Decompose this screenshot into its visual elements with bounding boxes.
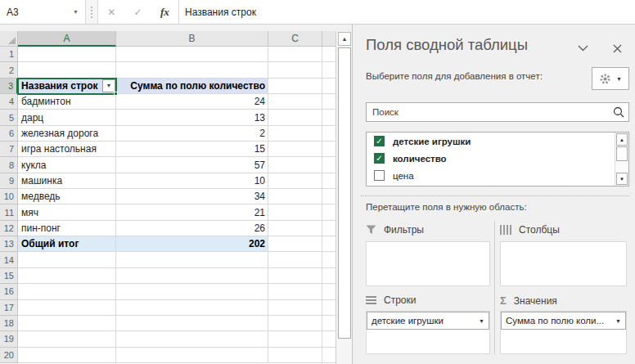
cell-A1[interactable] <box>18 47 116 62</box>
cell-A16[interactable] <box>18 284 116 299</box>
field-item-2[interactable]: ✓количество <box>367 150 628 167</box>
cell-B18[interactable] <box>116 316 268 331</box>
row-header-3[interactable]: 3 <box>0 79 18 94</box>
cell-B8[interactable]: 57 <box>116 157 268 173</box>
formula-input[interactable]: Названия строк <box>179 0 635 24</box>
cell-D1[interactable] <box>322 47 336 62</box>
row-header-8[interactable]: 8 <box>0 157 18 173</box>
row-header-5[interactable]: 5 <box>0 110 18 125</box>
cell-A15[interactable] <box>18 268 116 284</box>
cell-C17[interactable] <box>268 300 322 316</box>
cell-B2[interactable] <box>116 62 268 78</box>
cell-C18[interactable] <box>268 316 322 331</box>
cell-D20[interactable] <box>322 348 336 363</box>
cell-C2[interactable] <box>268 62 322 78</box>
cell-A7[interactable]: игра настольная <box>18 142 116 157</box>
row-header-4[interactable]: 4 <box>0 94 18 110</box>
cell-C20[interactable] <box>268 348 322 363</box>
columns-area-box[interactable] <box>500 241 627 286</box>
row-header-16[interactable]: 16 <box>0 284 18 299</box>
formula-bar-grip[interactable] <box>86 0 97 24</box>
pane-close-icon[interactable] <box>608 39 626 57</box>
cell-A19[interactable] <box>18 331 116 347</box>
cell-C14[interactable] <box>268 252 322 267</box>
cell-D6[interactable] <box>322 126 336 142</box>
cell-A3[interactable]: Названия строк▼ <box>18 79 116 94</box>
cell-D9[interactable] <box>322 173 336 189</box>
cell-B4[interactable]: 24 <box>116 94 268 110</box>
cell-B11[interactable]: 21 <box>116 204 268 220</box>
row-header-2[interactable]: 2 <box>0 62 18 78</box>
enter-icon[interactable]: ✓ <box>134 7 142 18</box>
pane-options-chevron-icon[interactable] <box>574 39 592 57</box>
cell-D17[interactable] <box>322 300 336 316</box>
field-item-1[interactable]: ✓детские игрушки <box>367 133 628 150</box>
cell-D4[interactable] <box>322 94 336 110</box>
cell-B9[interactable]: 10 <box>116 173 268 189</box>
vertical-scrollbar-thumb[interactable] <box>338 47 351 339</box>
column-header-c[interactable]: C <box>268 31 322 47</box>
chip-caret-icon[interactable]: ▼ <box>479 318 484 324</box>
cell-B1[interactable] <box>116 47 268 62</box>
cell-C19[interactable] <box>268 331 322 347</box>
cell-C3[interactable] <box>268 79 322 94</box>
cell-D7[interactable] <box>322 142 336 157</box>
search-icon[interactable] <box>609 106 628 118</box>
cell-A8[interactable]: кукла <box>18 157 116 173</box>
cell-A5[interactable]: дарц <box>18 110 116 125</box>
row-header-11[interactable]: 11 <box>0 204 18 220</box>
row-header-19[interactable]: 19 <box>0 331 18 347</box>
cell-A4[interactable]: бадминтон <box>18 94 116 110</box>
cell-B5[interactable]: 13 <box>116 110 268 125</box>
cell-C16[interactable] <box>268 284 322 299</box>
field-scrollbar-thumb[interactable] <box>616 146 628 161</box>
cell-D16[interactable] <box>322 284 336 299</box>
row-header-6[interactable]: 6 <box>0 126 18 142</box>
cell-C4[interactable] <box>268 94 322 110</box>
cell-A20[interactable] <box>18 348 116 363</box>
cell-C9[interactable] <box>268 173 322 189</box>
cell-D19[interactable] <box>322 331 336 347</box>
rows-area-box[interactable]: детские игрушки▼ <box>366 311 490 354</box>
cell-C12[interactable] <box>268 221 322 236</box>
field-item-3[interactable]: цена <box>367 167 628 184</box>
cell-B14[interactable] <box>116 252 268 267</box>
tools-button[interactable]: ▼ <box>592 67 629 90</box>
cell-A13[interactable]: Общий итог <box>18 236 116 252</box>
cell-B10[interactable]: 34 <box>116 189 268 204</box>
cell-B7[interactable]: 15 <box>116 142 268 157</box>
cell-C6[interactable] <box>268 126 322 142</box>
select-all-button[interactable] <box>0 31 18 47</box>
cell-A18[interactable] <box>18 316 116 331</box>
cell-A14[interactable] <box>18 252 116 267</box>
cell-A6[interactable]: железная дорога <box>18 126 116 142</box>
row-header-18[interactable]: 18 <box>0 316 18 331</box>
cell-B15[interactable] <box>116 268 268 284</box>
cell-D11[interactable] <box>322 204 336 220</box>
checkbox-checked-icon[interactable]: ✓ <box>374 136 385 146</box>
cell-D13[interactable] <box>322 236 336 252</box>
field-scroll-down-icon[interactable]: ▼ <box>616 173 628 185</box>
cell-D10[interactable] <box>322 189 336 204</box>
row-header-20[interactable]: 20 <box>0 348 18 363</box>
cell-A10[interactable]: медведь <box>18 189 116 204</box>
cell-A2[interactable] <box>18 62 116 78</box>
cell-D18[interactable] <box>322 316 336 331</box>
checkbox-unchecked-icon[interactable] <box>374 170 385 181</box>
name-box-caret-icon[interactable]: ▼ <box>73 9 79 15</box>
cell-B3[interactable]: Сумма по полю количество <box>116 79 268 94</box>
cell-C10[interactable] <box>268 189 322 204</box>
column-header-extra[interactable] <box>322 31 336 47</box>
checkbox-checked-icon[interactable]: ✓ <box>374 153 385 164</box>
cell-A12[interactable]: пин-понг <box>18 221 116 236</box>
search-input[interactable] <box>367 107 609 117</box>
cell-C8[interactable] <box>268 157 322 173</box>
chip-caret-icon[interactable]: ▼ <box>615 318 621 324</box>
values-area-box[interactable]: Сумма по полю коли...▼ <box>500 311 627 354</box>
cell-D3[interactable] <box>322 79 336 94</box>
cell-B12[interactable]: 26 <box>116 221 268 236</box>
cell-A17[interactable] <box>18 300 116 316</box>
cell-B16[interactable] <box>116 284 268 299</box>
cell-D8[interactable] <box>322 157 336 173</box>
row-labels-filter-button[interactable]: ▼ <box>102 79 115 92</box>
